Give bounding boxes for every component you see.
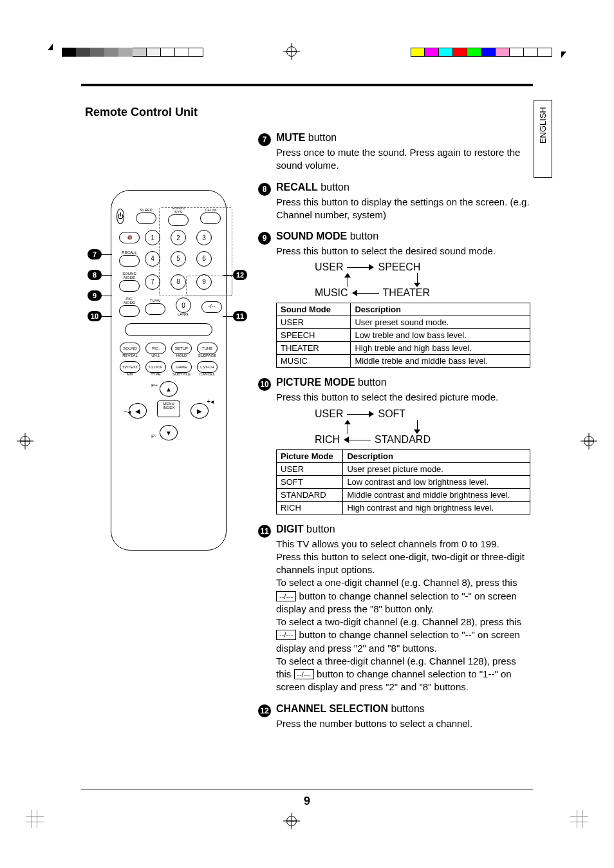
- recall-label: RECALL: [122, 250, 136, 254]
- item-title: CHANNEL SELECTION buttons: [276, 703, 530, 715]
- lstch-button: LST-CH: [197, 361, 218, 373]
- remote-outline: ⏻ SLEEP SOUND SYS CH I/II 🔇 1 2 3: [111, 190, 227, 551]
- reveal-label: REVEAL: [122, 354, 138, 357]
- cycle-user: USER: [315, 261, 343, 273]
- recall-button: [119, 255, 140, 267]
- item-9: 9 SOUND MODE button Press this button to…: [258, 231, 530, 368]
- item-title: DIGIT button: [276, 524, 530, 535]
- dpad-left-icon: ◀: [129, 403, 147, 419]
- item-title: RECALL button: [276, 182, 530, 193]
- num-6: 6: [196, 251, 212, 267]
- arrow-down-icon: [414, 273, 420, 287]
- item-12: 12 CHANNEL SELECTION buttons Press the n…: [258, 703, 530, 730]
- table-cell: USER: [277, 462, 343, 475]
- item-body: Press the number buttons to select a cha…: [276, 717, 530, 730]
- dpad-right-icon: ▶: [191, 403, 209, 419]
- crosshair-icon: [17, 433, 33, 449]
- game-button: GAME: [171, 361, 192, 373]
- th-desc: Description: [351, 303, 530, 316]
- remote-diagram-column: 7 8 9 10 12 11 ⏻ SLEEP SOUND SYS CH I/II: [81, 132, 232, 730]
- item-title: PICTURE MODE button: [276, 377, 530, 388]
- arrow-left-icon: [352, 290, 379, 296]
- th-mode: Picture Mode: [277, 449, 343, 462]
- table-cell: High contrast and high brightness level.: [343, 501, 530, 514]
- p-plus-label: P+: [151, 382, 158, 388]
- item-number: 7: [258, 133, 271, 146]
- item-body: Press this button to select the desired …: [276, 391, 530, 404]
- table-cell: USER: [277, 316, 351, 329]
- table-cell: Middle contrast and middle brightness le…: [343, 488, 530, 501]
- trim-mark-icon: [48, 44, 53, 50]
- table-cell: Middle treble and middle bass level.: [351, 355, 530, 368]
- num-3: 3: [196, 230, 212, 245]
- dpad-up-icon: ▲: [160, 381, 178, 397]
- digit-inline-icon: --/---: [294, 669, 314, 679]
- item-body: This TV allows you to select channels fr…: [276, 538, 530, 694]
- num-2: 2: [171, 230, 186, 245]
- item-body: Press this button to display the setting…: [276, 196, 530, 222]
- sound-mode-label: SOUND MODE: [122, 272, 136, 279]
- unl-label: UN.L: [151, 354, 160, 357]
- arrow-down-icon: [414, 420, 420, 434]
- sleep-button: [136, 212, 156, 224]
- cycle-standard: STANDARD: [375, 434, 431, 446]
- item-body: Press once to mute the sound. Press agai…: [276, 146, 530, 173]
- sleep-label: SLEEP: [140, 208, 152, 212]
- digit-inline-icon: --/---: [276, 591, 296, 601]
- table-cell: Low treble and low bass level.: [351, 329, 530, 342]
- picture-mode-table: Picture ModeDescription USERUser preset …: [276, 449, 530, 514]
- page-content: Remote Control Unit 7 8 9 10 12 11 ⏻ SLE…: [81, 84, 533, 789]
- item-11: 11 DIGIT button This TV allows you to se…: [258, 524, 530, 694]
- page-title: Remote Control Unit: [85, 106, 533, 119]
- callout-9: 9: [88, 290, 102, 301]
- crosshair-icon: [581, 433, 597, 449]
- item-title: SOUND MODE button: [276, 231, 530, 242]
- item-10: 10 PICTURE MODE button Press this button…: [258, 377, 530, 514]
- num-9: 9: [196, 274, 212, 290]
- table-cell: Low contrast and low brightness level.: [343, 475, 530, 488]
- sound-button: SOUND: [120, 343, 140, 354]
- table-cell: THEATER: [277, 342, 351, 355]
- setup-button: SETUP: [171, 343, 192, 354]
- trim-mark: [18, 810, 44, 836]
- menu-button: MENUINDEX: [157, 401, 180, 417]
- arrow-left-icon: [344, 437, 371, 443]
- item-title: MUTE button: [276, 132, 530, 144]
- cycle-theater: THEATER: [383, 287, 430, 299]
- power-icon: ⏻: [116, 209, 124, 224]
- cycle-rich: RICH: [315, 434, 340, 446]
- table-cell: RICH: [277, 501, 343, 514]
- table-cell: User preset sound mode.: [351, 316, 530, 329]
- pic-button: PIC.: [145, 343, 166, 354]
- table-cell: User preset picture mode.: [343, 462, 530, 475]
- pic-mode-button: [119, 305, 140, 317]
- num-8: 8: [171, 274, 186, 290]
- mix-label: MIX: [127, 372, 134, 376]
- table-cell: MUSIC: [277, 355, 351, 368]
- arrow-right-icon: [347, 411, 374, 417]
- tv-av-label: TV/AV: [150, 299, 161, 303]
- bar-button: [125, 323, 212, 336]
- hold-label: HOLD: [176, 354, 187, 357]
- cycle-speech: SPEECH: [378, 261, 420, 273]
- callout-12: 12: [233, 270, 247, 280]
- item-body: Press this button to select the desired …: [276, 245, 530, 258]
- subtitle-label: SUBTITLE: [172, 372, 191, 376]
- digit-inline-icon: --/---: [276, 630, 296, 640]
- th-mode: Sound Mode: [277, 303, 351, 316]
- pic-mode-label: PIC. MODE: [124, 297, 135, 305]
- callout-11: 11: [233, 311, 247, 321]
- crosshair-icon: [283, 43, 300, 60]
- num-1: 1: [145, 230, 160, 245]
- p-minus-label: P-: [151, 433, 156, 439]
- subpage-label: SUBPAGE: [198, 354, 217, 357]
- item-number: 8: [258, 183, 271, 196]
- trim-mark: [570, 810, 596, 836]
- descriptions-column: 7 MUTE button Press once to mute the sou…: [258, 132, 533, 730]
- sound-mode-button: [119, 280, 140, 292]
- item-number: 11: [258, 525, 271, 538]
- page-number: 9: [81, 795, 533, 808]
- table-cell: SPEECH: [277, 329, 351, 342]
- cmyk-swatch-right: [411, 48, 552, 57]
- num-7: 7: [145, 274, 160, 290]
